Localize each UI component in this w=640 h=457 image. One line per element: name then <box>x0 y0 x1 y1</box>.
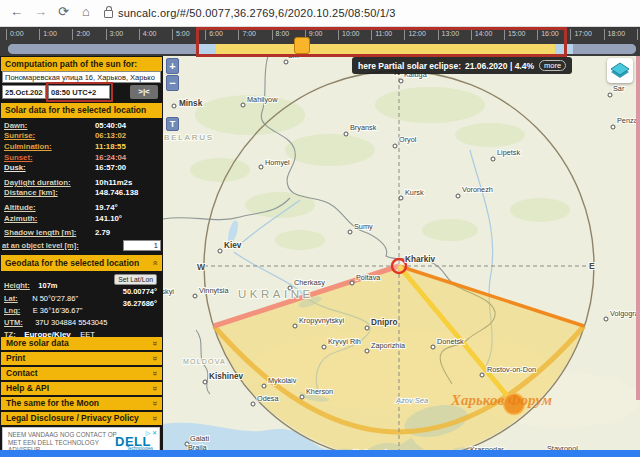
city-label-dnipro: Dnipro <box>371 318 397 327</box>
solar-row-label[interactable]: Dusk: <box>4 163 95 172</box>
hour-tick-mark <box>39 29 40 40</box>
hour-tick-label: 0:00 <box>10 30 24 37</box>
city-dot <box>193 294 197 298</box>
location-marker-kharkiv[interactable] <box>392 259 406 273</box>
solar-row-value: 16:24:04 <box>95 153 159 162</box>
solar-row-label[interactable]: Daylight duration: <box>4 178 95 187</box>
map-terrain-button[interactable]: T <box>166 117 179 131</box>
hour-tick-mark <box>6 29 7 40</box>
hour-tick-label: 1:00 <box>43 30 57 37</box>
menu-item-more-solar-data[interactable]: More solar data» <box>1 337 162 350</box>
eclipse-tooltip-text: here Partial solar eclipse: <box>358 61 461 71</box>
city-label-kursk: Kursk <box>405 188 424 197</box>
map-zoom-in-button[interactable]: + <box>166 58 179 74</box>
eclipse-more-button[interactable]: more <box>539 60 566 71</box>
city-dot <box>456 194 460 198</box>
city-label-donetsk: Donetsk <box>437 337 464 346</box>
solar-row-label[interactable]: Sunrise: <box>4 131 95 140</box>
solar-data-rows: Dawn:05:40:04Sunrise:06:13:02Culmination… <box>2 120 161 238</box>
city-dot <box>480 373 484 377</box>
city-dot <box>365 349 369 353</box>
solar-data-row: Distance [km]:148.746.138 <box>2 188 161 199</box>
city-label-sumy: Sumy <box>354 222 373 231</box>
ad-banner[interactable]: NEEM VANDAAG NOG CONTACT OP MET EEN DELL… <box>2 427 160 452</box>
menu-item-label: Contact <box>6 368 38 378</box>
cardinal-e: E <box>589 261 595 271</box>
solar-row-value: 11:18:55 <box>95 142 159 151</box>
map-zoom-out-button[interactable]: − <box>166 75 179 91</box>
solar-data-row: Sunrise:06:13:02 <box>2 131 161 142</box>
collapse-panel-button[interactable]: >|< <box>130 85 158 99</box>
solar-data-row: Shadow length [m]:2.79 <box>2 227 161 238</box>
hour-tick-mark <box>106 29 107 40</box>
menu-item-label: Print <box>6 353 25 363</box>
solar-data-row: Culmination:11:18:55 <box>2 141 161 152</box>
city-label-kharkiv: Kharkiv <box>405 255 435 264</box>
menu-item-legal-disclosure-privacy-policy[interactable]: Legal Disclosure / Privacy Policy» <box>1 412 162 425</box>
object-level-label[interactable]: at an object level [m]: <box>2 241 123 250</box>
solar-row-value: 141.10° <box>95 214 159 223</box>
date-input[interactable] <box>2 85 46 99</box>
hour-tick-label: 4:00 <box>143 30 157 37</box>
city-dot <box>350 281 354 285</box>
solar-row-value: 2.79 <box>95 228 159 237</box>
city-dot <box>604 317 608 321</box>
city-dot <box>300 395 304 399</box>
solar-row-label[interactable]: Altitude: <box>4 203 95 212</box>
city-dot <box>284 60 288 64</box>
menu-item-label: Help & API <box>6 383 49 393</box>
city-label-kropyvnytskyi: Kropyvnytskyi <box>299 316 344 325</box>
menu-item-the-same-for-the-moon[interactable]: The same for the Moon» <box>1 397 162 410</box>
section-geodata-title: Geodata for the selected location » <box>1 255 162 271</box>
expand-chevron-icon: » <box>148 401 161 406</box>
sidebar: Computation path of the sun for: >|< Sol… <box>0 56 163 457</box>
solar-row-label[interactable]: Azimuth: <box>4 214 95 223</box>
address-bar[interactable]: suncalc.org/#/50.0077,36.2769,6/2020.10.… <box>118 7 396 19</box>
solar-row-value: 10h11m2s <box>95 178 159 187</box>
menu-item-label: More solar data <box>6 338 69 348</box>
reload-icon[interactable]: ⟳ <box>58 4 69 20</box>
city-label-poltava: Poltava <box>356 273 381 282</box>
menu-item-label: The same for the Moon <box>6 398 99 408</box>
set-latlon-button[interactable]: Set Lat/Lon <box>114 274 157 285</box>
eclipse-date-value: 21.06.2020 | 4.4% <box>465 61 534 71</box>
hour-tick-label: 17:00 <box>574 30 592 37</box>
solar-data-row: Dusk:16:57:00 <box>2 162 161 173</box>
menu-item-label: Legal Disclosure / Privacy Policy <box>6 413 139 423</box>
hour-tick-label: 5:00 <box>176 30 190 37</box>
hour-tick-mark <box>172 29 173 40</box>
city-dot <box>293 324 297 328</box>
solar-row-label[interactable]: Shadow length [m]: <box>4 228 95 237</box>
solar-row-label[interactable]: Distance [km]: <box>4 188 95 197</box>
solar-row-label[interactable]: Sunset: <box>4 153 95 162</box>
city-dot <box>241 103 245 107</box>
object-level-row: at an object level [m]: <box>2 240 161 251</box>
city-dot <box>611 125 615 129</box>
city-dot <box>251 402 255 406</box>
menu-item-print[interactable]: Print» <box>1 352 162 365</box>
map-layers-button[interactable] <box>607 58 633 83</box>
home-icon[interactable]: ⌂ <box>82 4 90 20</box>
map-canvas[interactable]: MinskMahilyowSmKalugaBryanskOryolKurskLi… <box>163 56 640 457</box>
lng-decimal: 36.27686° <box>123 299 157 308</box>
region-label: BELARUS <box>164 133 214 142</box>
solar-row-value: 06:13:02 <box>95 131 159 140</box>
adchoices-close-icons[interactable]: ▷ ✕ <box>146 429 157 436</box>
city-label-homyel: Homyel <box>265 158 290 167</box>
back-icon[interactable]: ← <box>10 4 23 20</box>
city-label-oryol: Oryol <box>399 135 417 144</box>
city-label-vinnytsia: Vinnytsia <box>199 286 229 295</box>
city-dot <box>399 79 403 83</box>
region-label: UKRAINE <box>238 288 314 300</box>
menu-item-contact[interactable]: Contact» <box>1 367 162 380</box>
solar-row-label[interactable]: Dawn: <box>4 121 95 130</box>
expand-chevron-icon: » <box>148 371 161 376</box>
forward-icon[interactable]: → <box>34 4 47 20</box>
collapse-geodata-icon[interactable]: » <box>146 260 162 265</box>
hour-tick-label: 18:00 <box>608 30 626 37</box>
object-level-input[interactable] <box>123 240 161 251</box>
hour-tick-mark <box>570 29 571 40</box>
menu-item-help-api[interactable]: Help & API» <box>1 382 162 395</box>
city-dot <box>491 157 495 161</box>
solar-row-label[interactable]: Culmination: <box>4 142 95 151</box>
